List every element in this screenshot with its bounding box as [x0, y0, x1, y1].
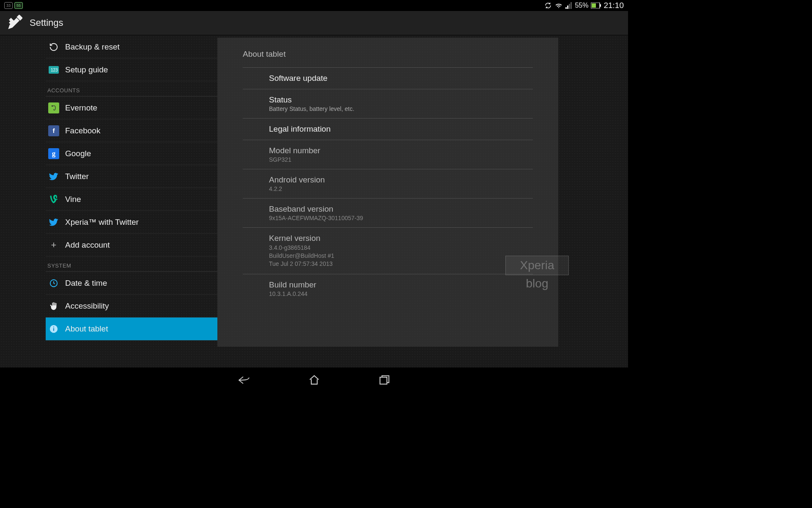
home-button[interactable]	[307, 373, 322, 388]
page-title: Settings	[30, 17, 63, 28]
sidebar-item-evernote[interactable]: Evernote	[46, 97, 217, 119]
row-title: Model number	[269, 146, 533, 155]
svg-rect-2	[569, 4, 570, 9]
row-title: Android version	[269, 175, 533, 185]
sidebar-item-label: Facebook	[65, 126, 100, 135]
row-title: Build number	[269, 280, 533, 290]
svg-rect-13	[380, 377, 387, 384]
sidebar-item-vine[interactable]: Vine	[46, 188, 217, 211]
wifi-icon	[554, 2, 563, 9]
clock-icon	[48, 278, 59, 289]
svg-rect-12	[53, 326, 54, 327]
sidebar-section-system: SYSTEM	[46, 257, 217, 272]
sidebar-item-backup-reset[interactable]: Backup & reset	[46, 36, 217, 58]
row-legal-information[interactable]: Legal information	[243, 119, 533, 140]
row-value: Tue Jul 2 07:57:34 2013	[269, 260, 533, 268]
sidebar-item-setup-guide[interactable]: 123 Setup guide	[46, 58, 217, 81]
restore-icon	[48, 41, 59, 52]
row-title: Status	[269, 95, 533, 105]
sidebar-item-add-account[interactable]: + Add account	[46, 234, 217, 257]
hand-icon	[48, 301, 59, 312]
panel-title: About tablet	[243, 50, 533, 68]
row-baseband-version[interactable]: Baseband version 9x15A-ACEFWMAZQ-3011005…	[243, 199, 533, 228]
facebook-icon: f	[48, 125, 59, 136]
row-kernel-version[interactable]: Kernel version 3.4.0-g3865184 BuildUser@…	[243, 228, 533, 274]
row-android-version[interactable]: Android version 4.2.2	[243, 169, 533, 199]
sidebar-section-accounts: ACCOUNTS	[46, 81, 217, 97]
sidebar-item-label: Vine	[65, 195, 81, 204]
sidebar-item-accessibility[interactable]: Accessibility	[46, 295, 217, 318]
detail-panel: About tablet Software update Status Batt…	[217, 38, 558, 347]
sidebar-item-label: Google	[65, 149, 91, 158]
battery-percent: 55%	[575, 2, 588, 9]
svg-text:123: 123	[51, 68, 58, 72]
battery-icon	[591, 3, 601, 8]
sidebar-item-label: Evernote	[65, 103, 97, 113]
action-bar: Settings	[0, 11, 628, 36]
sidebar-item-about-tablet[interactable]: About tablet	[46, 318, 217, 340]
evernote-icon	[48, 102, 59, 113]
sidebar-item-label: Backup & reset	[65, 42, 120, 52]
svg-rect-6	[600, 4, 601, 7]
sidebar-item-date-time[interactable]: Date & time	[46, 272, 217, 295]
row-value: 3.4.0-g3865184	[269, 244, 533, 252]
sidebar-item-facebook[interactable]: f Facebook	[46, 119, 217, 142]
signal-icon	[565, 2, 572, 9]
vine-icon	[48, 194, 59, 205]
row-model-number[interactable]: Model number SGP321	[243, 140, 533, 169]
sidebar-item-label: Accessibility	[65, 301, 109, 311]
row-title: Legal information	[269, 124, 533, 134]
svg-rect-0	[565, 7, 567, 9]
sidebar-item-google[interactable]: g Google	[46, 142, 217, 165]
content-area: Backup & reset 123 Setup guide ACCOUNTS …	[0, 36, 628, 367]
navigation-bar	[0, 367, 628, 393]
sidebar-item-twitter[interactable]: Twitter	[46, 165, 217, 188]
row-title: Kernel version	[269, 234, 533, 243]
row-value: 10.3.1.A.0.244	[269, 290, 533, 297]
sidebar-item-label: Twitter	[65, 172, 89, 181]
svg-rect-3	[571, 2, 572, 9]
clock: 21:10	[604, 1, 624, 10]
twitter-icon	[48, 171, 59, 182]
row-title: Software update	[269, 74, 533, 83]
svg-rect-5	[592, 3, 596, 8]
notification-badge: 33	[4, 2, 13, 9]
twitter-icon	[48, 217, 59, 228]
guide-icon: 123	[48, 64, 59, 75]
settings-icon	[7, 14, 24, 32]
row-title: Baseband version	[269, 204, 533, 214]
recent-apps-button[interactable]	[377, 373, 392, 388]
sidebar-item-label: Xperia™ with Twitter	[65, 218, 139, 227]
status-bar: 33 55 55% 21:10	[0, 0, 628, 11]
google-icon: g	[48, 148, 59, 159]
svg-rect-11	[53, 328, 54, 331]
sidebar-item-label: Date & time	[65, 279, 107, 288]
svg-rect-1	[567, 6, 568, 9]
info-icon	[48, 323, 59, 334]
settings-sidebar: Backup & reset 123 Setup guide ACCOUNTS …	[46, 36, 217, 367]
notification-badge: 55	[14, 2, 23, 9]
row-software-update[interactable]: Software update	[243, 68, 533, 89]
row-build-number[interactable]: Build number 10.3.1.A.0.244	[243, 274, 533, 303]
sync-icon	[544, 2, 552, 9]
sidebar-item-label: About tablet	[65, 324, 108, 334]
sidebar-item-label: Setup guide	[65, 65, 108, 75]
row-status[interactable]: Status Battery Status, battery level, et…	[243, 89, 533, 119]
row-subtitle: Battery Status, battery level, etc.	[269, 105, 533, 112]
sidebar-item-xperia-twitter[interactable]: Xperia™ with Twitter	[46, 211, 217, 234]
row-value: BuildUser@BuildHost #1	[269, 252, 533, 260]
row-value: 4.2.2	[269, 185, 533, 192]
plus-icon: +	[48, 240, 59, 251]
back-button[interactable]	[236, 373, 252, 388]
sidebar-item-label: Add account	[65, 240, 110, 250]
row-value: 9x15A-ACEFWMAZQ-30110057-39	[269, 215, 533, 221]
row-value: SGP321	[269, 156, 533, 163]
